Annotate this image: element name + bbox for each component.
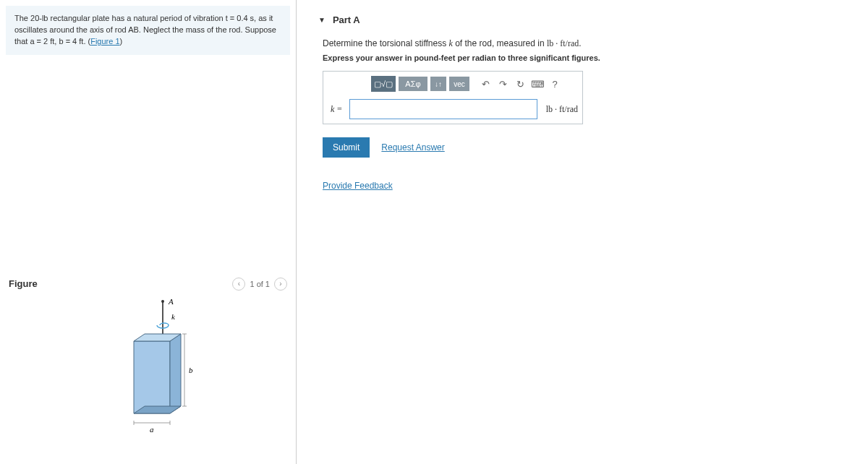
submit-button[interactable]: Submit <box>323 137 370 158</box>
vector-tool-button[interactable]: vec <box>449 77 469 91</box>
collapse-icon[interactable]: ▼ <box>318 16 326 24</box>
answer-variable: k = <box>328 104 345 115</box>
figure-prev-button[interactable]: ‹ <box>232 278 245 291</box>
help-icon[interactable]: ? <box>548 77 562 91</box>
request-answer-link[interactable]: Request Answer <box>381 142 444 152</box>
svg-marker-6 <box>134 341 170 413</box>
instruction-2: Express your answer in pound-feet per ra… <box>323 53 868 62</box>
svg-point-1 <box>161 300 164 303</box>
fraction-tool-button[interactable]: ▢√▢ <box>371 76 396 92</box>
svg-marker-7 <box>170 334 181 413</box>
instruction-1: Determine the torsional stiffness k of t… <box>323 38 868 49</box>
svg-text:a: a <box>150 425 154 434</box>
greek-tool-button[interactable]: ΑΣφ <box>399 77 427 91</box>
figure-next-button[interactable]: › <box>274 278 287 291</box>
svg-text:k: k <box>171 312 176 321</box>
undo-icon[interactable]: ↶ <box>478 77 493 91</box>
figure-title: Figure <box>9 278 38 289</box>
part-title: Part A <box>333 14 360 25</box>
answer-input[interactable] <box>349 99 537 119</box>
problem-text: The 20-lb rectangular plate has a natura… <box>14 14 276 46</box>
svg-text:b: b <box>189 366 193 374</box>
answer-unit: lb · ft/rad <box>546 104 578 115</box>
reset-icon[interactable]: ↻ <box>513 77 527 91</box>
figure-nav-text: 1 of 1 <box>250 280 270 288</box>
answer-box: ▢√▢ ΑΣφ ↓↑ vec ↶ ↷ ↻ ⌨ ? k = lb · ft/rad <box>323 71 583 124</box>
redo-icon[interactable]: ↷ <box>495 77 510 91</box>
figure-diagram: A k B b a <box>69 298 228 442</box>
problem-text-end: ) <box>120 37 123 46</box>
provide-feedback-link[interactable]: Provide Feedback <box>323 181 393 191</box>
figure-link[interactable]: Figure 1 <box>90 37 119 46</box>
svg-text:A: A <box>168 298 174 306</box>
keyboard-icon[interactable]: ⌨ <box>530 77 545 91</box>
problem-statement: The 20-lb rectangular plate has a natura… <box>6 6 290 55</box>
subscript-tool-button[interactable]: ↓↑ <box>430 77 446 91</box>
